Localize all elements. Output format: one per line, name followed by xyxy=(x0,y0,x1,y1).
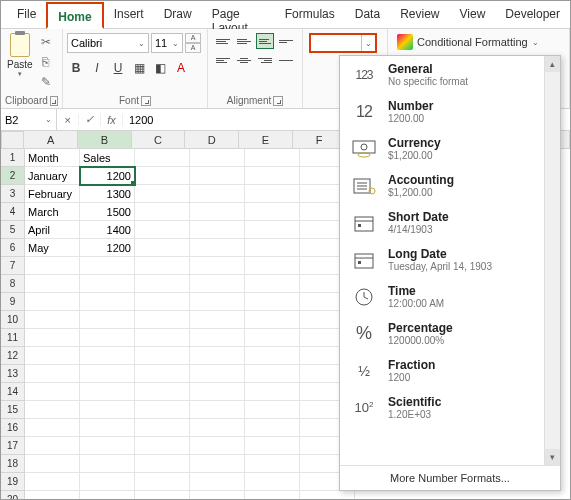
cell[interactable] xyxy=(190,203,245,221)
cell[interactable] xyxy=(190,401,245,419)
more-number-formats[interactable]: More Number Formats... xyxy=(340,465,560,490)
cell[interactable]: Sales xyxy=(80,149,135,167)
row-header[interactable]: 18 xyxy=(1,455,25,473)
row-header[interactable]: 1 xyxy=(1,149,25,167)
row-header[interactable]: 11 xyxy=(1,329,25,347)
cell[interactable] xyxy=(245,293,300,311)
font-color-button[interactable]: A xyxy=(172,59,190,77)
format-option-percentage[interactable]: %Percentage120000.00% xyxy=(340,315,560,352)
cell[interactable] xyxy=(135,293,190,311)
row-header[interactable]: 19 xyxy=(1,473,25,491)
bold-button[interactable]: B xyxy=(67,59,85,77)
row-header[interactable]: 14 xyxy=(1,383,25,401)
column-header[interactable]: E xyxy=(239,131,293,149)
row-header[interactable]: 7 xyxy=(1,257,25,275)
cell[interactable]: 1500 xyxy=(80,203,135,221)
row-header[interactable]: 15 xyxy=(1,401,25,419)
column-header[interactable]: C xyxy=(132,131,186,149)
cell[interactable] xyxy=(190,473,245,491)
tab-review[interactable]: Review xyxy=(390,1,449,28)
cell[interactable] xyxy=(80,311,135,329)
cell[interactable] xyxy=(135,491,190,500)
cell[interactable] xyxy=(80,365,135,383)
name-box[interactable]: B2 ⌄ xyxy=(1,109,57,130)
cell[interactable] xyxy=(190,491,245,500)
format-option-short-date[interactable]: Short Date4/14/1903 xyxy=(340,204,560,241)
cell[interactable] xyxy=(245,347,300,365)
column-header[interactable]: B xyxy=(78,131,132,149)
font-size-spinner[interactable]: AA xyxy=(185,33,201,53)
cell[interactable] xyxy=(25,329,80,347)
tab-data[interactable]: Data xyxy=(345,1,390,28)
cell[interactable]: 1400 xyxy=(80,221,135,239)
cell[interactable] xyxy=(245,167,300,185)
dialog-launcher-icon[interactable] xyxy=(273,96,283,106)
cell[interactable] xyxy=(25,383,80,401)
formula-value[interactable]: 1200 xyxy=(123,114,159,126)
cell[interactable]: March xyxy=(25,203,80,221)
cut-icon[interactable]: ✂ xyxy=(39,35,53,49)
row-header[interactable]: 12 xyxy=(1,347,25,365)
conditional-formatting-button[interactable]: Conditional Formatting ⌄ xyxy=(392,31,544,53)
cell[interactable] xyxy=(135,203,190,221)
cell[interactable] xyxy=(135,473,190,491)
format-option-accounting[interactable]: Accounting$1,200.00 xyxy=(340,167,560,204)
cell[interactable] xyxy=(245,257,300,275)
cell[interactable] xyxy=(190,365,245,383)
cell[interactable] xyxy=(190,149,245,167)
cell[interactable] xyxy=(25,311,80,329)
tab-insert[interactable]: Insert xyxy=(104,1,154,28)
cell[interactable] xyxy=(245,455,300,473)
cell[interactable] xyxy=(245,473,300,491)
cell[interactable]: April xyxy=(25,221,80,239)
border-button[interactable]: ▦ xyxy=(130,59,148,77)
cell[interactable] xyxy=(80,347,135,365)
row-header[interactable]: 20 xyxy=(1,491,25,500)
cell[interactable] xyxy=(190,257,245,275)
cell[interactable] xyxy=(190,221,245,239)
cell[interactable] xyxy=(190,275,245,293)
cell[interactable] xyxy=(135,167,190,185)
row-header[interactable]: 10 xyxy=(1,311,25,329)
cell[interactable] xyxy=(135,149,190,167)
cell[interactable] xyxy=(80,437,135,455)
dialog-launcher-icon[interactable] xyxy=(50,96,58,106)
enter-icon[interactable]: ✓ xyxy=(79,113,101,126)
scroll-down-icon[interactable]: ▾ xyxy=(545,449,560,465)
tab-formulas[interactable]: Formulas xyxy=(275,1,345,28)
cell[interactable] xyxy=(245,491,300,500)
cell[interactable]: May xyxy=(25,239,80,257)
cell[interactable] xyxy=(190,293,245,311)
format-option-fraction[interactable]: ½Fraction1200 xyxy=(340,352,560,389)
tab-home[interactable]: Home xyxy=(46,2,103,29)
fill-color-button[interactable]: ◧ xyxy=(151,59,169,77)
cell[interactable] xyxy=(245,365,300,383)
align-top-button[interactable] xyxy=(214,33,232,49)
scroll-up-icon[interactable]: ▴ xyxy=(545,56,560,72)
cell[interactable] xyxy=(80,473,135,491)
select-all-corner[interactable] xyxy=(1,131,24,149)
cell[interactable] xyxy=(245,149,300,167)
cell[interactable] xyxy=(25,275,80,293)
row-header[interactable]: 6 xyxy=(1,239,25,257)
cell[interactable] xyxy=(190,419,245,437)
row-header[interactable]: 2 xyxy=(1,167,25,185)
cell[interactable] xyxy=(135,437,190,455)
cell[interactable] xyxy=(245,311,300,329)
cell[interactable] xyxy=(135,329,190,347)
cell[interactable] xyxy=(135,185,190,203)
cell[interactable] xyxy=(80,401,135,419)
row-header[interactable]: 9 xyxy=(1,293,25,311)
scrollbar[interactable]: ▴▾ xyxy=(544,56,560,465)
cell[interactable] xyxy=(245,221,300,239)
cell[interactable]: Month xyxy=(25,149,80,167)
cell[interactable] xyxy=(245,419,300,437)
cell[interactable] xyxy=(25,437,80,455)
cell[interactable] xyxy=(245,239,300,257)
cell[interactable] xyxy=(25,473,80,491)
cell[interactable] xyxy=(190,311,245,329)
cell[interactable] xyxy=(25,257,80,275)
cell[interactable] xyxy=(135,257,190,275)
cell[interactable] xyxy=(135,275,190,293)
cell[interactable] xyxy=(245,275,300,293)
